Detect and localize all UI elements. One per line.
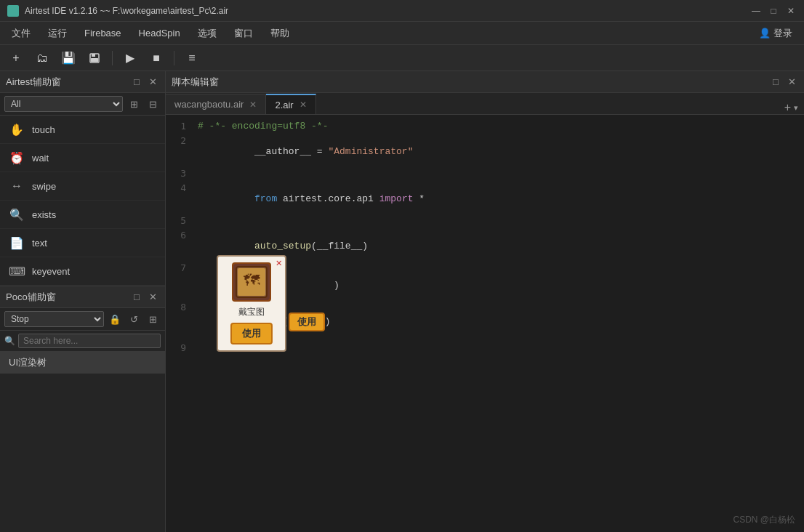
line-num-2: 2 [166,135,195,146]
new-button[interactable]: + [6,48,26,68]
tab-2air[interactable]: 2.air ✕ [266,94,315,114]
svg-rect-1 [92,54,95,57]
text-icon: 📄 [9,235,25,251]
airtest-filter-icon2[interactable]: ⊟ [145,96,161,112]
editor-header: 脚本编辑窗 □ ✕ [166,71,804,93]
poco-dropdown-row: Stop 🔒 ↺ ⊞ [0,308,165,331]
code-line-5: 5 [166,215,804,230]
menu-run[interactable]: 运行 [39,24,76,43]
minimize-button[interactable]: — [750,5,762,17]
airtest-item-wait[interactable]: ⏰wait [0,144,165,172]
menu-options[interactable]: 选项 [189,24,225,43]
line-num-9: 9 [166,342,195,353]
popup-image: 🗺 [232,262,271,302]
menu-help[interactable]: 帮助 [262,24,298,43]
menu-headspin[interactable]: HeadSpin [130,25,189,41]
airtest-filter-row: All ⊞ ⊟ [0,93,165,116]
popup-box: ✕ 🗺 戴宝图 使用 [217,255,286,352]
right-content: 脚本编辑窗 □ ✕ wacangbaotu.air ✕ 2.air ✕ + ▾ [166,71,804,532]
tab-wacangbaotu-close[interactable]: ✕ [249,100,257,110]
poco-panel-header: Poco辅助窗 □ ✕ [0,286,165,308]
person-icon: 👤 [759,28,771,39]
svg-rect-2 [91,58,98,62]
airtest-item-keyevent[interactable]: ⌨keyevent [0,257,165,286]
poco-panel-expand[interactable]: □ [130,291,143,304]
poco-stop-select[interactable]: Stop [4,311,104,327]
airtest-items-list: ✋touch⏰wait↔swipe🔍exists📄text⌨keyevent [0,116,165,286]
poco-panel-close[interactable]: ✕ [146,291,159,304]
menu-file[interactable]: 文件 [3,24,39,43]
plus-icon: + [784,101,791,114]
code-content-1: # -*- encoding=utf8 -*- [195,121,804,132]
chevron-down-icon: ▾ [794,103,798,113]
popup-close-button[interactable]: ✕ [276,258,282,268]
airtest-panel-header: Airtest辅助窗 □ ✕ [0,71,165,93]
airtest-filter-select[interactable]: All [4,96,123,112]
airtest-item-exists[interactable]: 🔍exists [0,201,165,229]
airtest-panel-expand[interactable]: □ [130,76,143,89]
poco-panel-title: Poco辅助窗 [6,291,127,304]
poco-search-input[interactable] [18,334,161,348]
poco-search-row: 🔍 [0,331,165,352]
code-content-4: from airtest.core.api import * [195,182,804,215]
open-button[interactable]: 🗂 [32,48,52,68]
code-line-1: 1 # -*- encoding=utf8 -*- [166,121,804,135]
run-button[interactable]: ▶ [120,48,140,68]
toolbar-sep-2 [174,51,174,65]
poco-refresh-icon[interactable]: ↺ [126,311,142,327]
editor-title: 脚本编辑窗 [172,76,219,89]
search-icon: 🔍 [4,336,15,346]
watermark: CSDN @白杨松 [733,514,795,526]
touch-icon: ✋ [9,121,25,137]
menu-button[interactable]: ≡ [182,48,202,68]
title-bar: Airtest IDE v1.2.16 ~~ F:\workegame\airt… [0,0,804,22]
airtest-item-text[interactable]: 📄text [0,229,165,257]
window-controls: — □ ✕ [750,5,797,17]
popup-caption: 戴宝图 [238,306,265,318]
line-num-7: 7 [166,262,195,273]
login-button[interactable]: 👤 登录 [750,24,801,43]
image-popup: ✕ 🗺 戴宝图 使用 [217,255,286,352]
line-num-4: 4 [166,182,195,193]
code-editor[interactable]: 1 # -*- encoding=utf8 -*- 2 __author__ =… [166,115,804,532]
airtest-panel-title: Airtest辅助窗 [6,76,127,89]
code-content-2: __author__ = "Administrator" [195,135,804,168]
line-num-8: 8 [166,302,195,313]
code-line-3: 3 [166,168,804,182]
tab-wacangbaotu-label: wacangbaotu.air [174,99,244,110]
line-num-5: 5 [166,215,195,226]
popup-use-button[interactable]: 使用 [230,323,273,344]
menu-window[interactable]: 窗口 [225,24,262,43]
editor-close-button[interactable]: ✕ [785,76,798,89]
maximize-button[interactable]: □ [768,5,779,17]
tab-add-button[interactable]: + ▾ [779,101,804,114]
left-sidebar: Airtest辅助窗 □ ✕ All ⊞ ⊟ ✋touch⏰wait↔swipe… [0,71,166,532]
treasure-map-icon: 🗺 [233,264,270,300]
poco-settings-icon[interactable]: ⊞ [145,311,161,327]
ui-tree-item[interactable]: UI渲染树 [0,352,165,374]
airtest-filter-icon1[interactable]: ⊞ [126,96,142,112]
toolbar-sep-1 [112,51,113,65]
tab-2air-close[interactable]: ✕ [300,100,307,110]
tab-bar: wacangbaotu.air ✕ 2.air ✕ + ▾ [166,93,804,115]
airtest-item-touch[interactable]: ✋touch [0,116,165,144]
airtest-item-swipe[interactable]: ↔swipe [0,172,165,201]
stop-button[interactable]: ■ [146,48,166,68]
window-title: Airtest IDE v1.2.16 ~~ F:\workegame\airt… [25,6,750,16]
editor-header-controls: □ ✕ [769,76,798,89]
poco-helper-panel: Poco辅助窗 □ ✕ Stop 🔒 ↺ ⊞ 🔍 UI渲染树 [0,286,165,532]
toolbar: + 🗂 💾 ▶ ■ ≡ [0,45,804,71]
svg-text:🗺: 🗺 [244,273,260,291]
poco-lock-icon[interactable]: 🔒 [107,311,123,327]
main-layout: Airtest辅助窗 □ ✕ All ⊞ ⊟ ✋touch⏰wait↔swipe… [0,71,804,532]
save-all-button[interactable] [84,48,105,68]
menu-firebase[interactable]: Firebase [76,25,130,41]
inline-use-button[interactable]: 使用 [289,313,325,331]
tab-wacangbaotu[interactable]: wacangbaotu.air ✕ [166,94,266,114]
menu-bar: 文件 运行 Firebase HeadSpin 选项 窗口 帮助 👤 登录 [0,22,804,45]
code-line-4: 4 from airtest.core.api import * [166,182,804,215]
close-button[interactable]: ✕ [785,5,797,17]
editor-expand-button[interactable]: □ [769,76,782,89]
save-button[interactable]: 💾 [58,48,79,68]
airtest-panel-close[interactable]: ✕ [146,76,159,89]
